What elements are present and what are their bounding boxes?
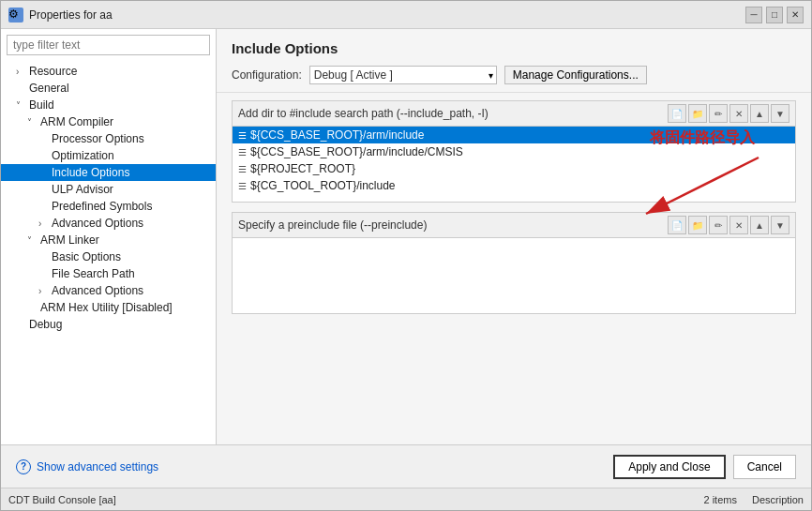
cancel-button[interactable]: Cancel [733, 455, 796, 479]
show-advanced-label: Show advanced settings [37, 460, 158, 473]
dialog: ⚙ Properties for aa ─ □ ✕ › Resource Gen… [0, 0, 812, 511]
filter-input[interactable] [7, 35, 210, 55]
tree-label: Include Options [52, 166, 129, 179]
list-item-icon: ☰ [238, 164, 247, 174]
preinclude-list [233, 238, 795, 313]
close-button[interactable]: ✕ [787, 7, 804, 23]
tree-arrow: ˅ [27, 117, 37, 128]
status-items: 2 items [704, 494, 737, 505]
list-item-icon: ☰ [238, 181, 247, 191]
left-panel: › Resource General ˅ Build ˅ ARM Compile… [1, 29, 217, 444]
pre-add-file-button[interactable]: 📄 [668, 216, 686, 234]
list-item[interactable]: ☰ ${PROJECT_ROOT} [233, 160, 795, 177]
status-right-group: 2 items Description [704, 494, 804, 505]
config-select[interactable]: Debug [ Active ] [309, 66, 497, 84]
preinclude-section: Specify a preinclude file (--preinclude)… [232, 212, 796, 314]
tree-arrow: › [16, 67, 25, 77]
status-left: CDT Build Console [aa] [8, 494, 116, 505]
tree-item-arm-compiler[interactable]: ˅ ARM Compiler [1, 113, 216, 130]
tree-label: Basic Options [52, 250, 121, 263]
tree-label: Optimization [52, 149, 114, 162]
tree-item-predefined-symbols[interactable]: Predefined Symbols [1, 198, 216, 215]
tree-item-arm-linker[interactable]: ˅ ARM Linker [1, 232, 216, 248]
apply-and-close-button[interactable]: Apply and Close [613, 455, 725, 479]
tree-label: Resource [29, 65, 77, 78]
config-select-wrap: Debug [ Active ] [309, 66, 497, 84]
add-file-button[interactable]: 📄 [668, 104, 686, 123]
right-body: Add dir to #include search path (--inclu… [217, 93, 811, 444]
tree-arrow: ˅ [16, 100, 25, 111]
tree-item-advanced-options[interactable]: › Advanced Options [1, 215, 216, 232]
list-item-label: ${PROJECT_ROOT} [250, 162, 355, 175]
tree-arrow: › [38, 218, 48, 229]
pre-edit-button[interactable]: ✏ [709, 216, 728, 234]
tree-item-file-search-path[interactable]: File Search Path [1, 265, 216, 282]
tree-item-general[interactable]: General [1, 80, 216, 97]
tree-label: File Search Path [52, 267, 135, 280]
pre-add-folder-button[interactable]: 📁 [688, 216, 707, 234]
list-item-icon: ☰ [238, 147, 247, 158]
list-item[interactable]: ☰ ${CCS_BASE_ROOT}/arm/include [233, 127, 795, 143]
titlebar: ⚙ Properties for aa ─ □ ✕ [1, 1, 811, 29]
config-row: Configuration: Debug [ Active ] Manage C… [232, 66, 796, 84]
main-content: › Resource General ˅ Build ˅ ARM Compile… [1, 29, 811, 444]
tree-item-ulp-advisor[interactable]: ULP Advisor [1, 181, 216, 198]
minimize-button[interactable]: ─ [745, 7, 762, 23]
tree-label: ARM Compiler [40, 115, 113, 128]
tree-item-arm-hex-utility[interactable]: ARM Hex Utility [Disabled] [1, 299, 216, 316]
status-description: Description [752, 494, 804, 505]
tree-arrow: › [38, 286, 48, 296]
list-item-label: ${CCS_BASE_ROOT}/arm/include/CMSIS [250, 145, 463, 158]
pre-delete-button[interactable]: ✕ [729, 216, 748, 234]
delete-button[interactable]: ✕ [729, 104, 748, 123]
tree-label: ARM Linker [40, 233, 99, 247]
tree-item-basic-options[interactable]: Basic Options [1, 248, 216, 265]
list-item[interactable]: ☰ ${CG_TOOL_ROOT}/include [233, 177, 795, 194]
tree-label: Advanced Options [52, 217, 143, 230]
tree-label: Debug [29, 318, 62, 331]
list-item[interactable]: ☰ ${CCS_BASE_ROOT}/arm/include/CMSIS [233, 143, 795, 160]
tree-arrow: ˅ [27, 235, 37, 246]
config-label: Configuration: [232, 68, 302, 82]
add-folder-button[interactable]: 📁 [688, 104, 707, 123]
search-path-list: ☰ ${CCS_BASE_ROOT}/arm/include☰ ${CCS_BA… [233, 127, 795, 202]
up-button[interactable]: ▲ [750, 104, 769, 123]
show-advanced-settings[interactable]: ? Show advanced settings [16, 459, 158, 474]
app-icon: ⚙ [8, 8, 23, 23]
help-icon: ? [16, 459, 31, 474]
list-item-label: ${CCS_BASE_ROOT}/arm/include [250, 128, 424, 142]
right-header: Include Options Configuration: Debug [ A… [217, 29, 811, 93]
status-bar: CDT Build Console [aa] 2 items Descripti… [1, 488, 811, 510]
search-path-label: Add dir to #include search path (--inclu… [238, 107, 489, 120]
tree-item-resource[interactable]: › Resource [1, 63, 216, 80]
tree-label: Processor Options [52, 132, 144, 145]
tree-item-optimization[interactable]: Optimization [1, 147, 216, 164]
search-path-section: Add dir to #include search path (--inclu… [232, 100, 796, 203]
maximize-button[interactable]: □ [766, 7, 783, 23]
list-item-label: ${CG_TOOL_ROOT}/include [250, 179, 396, 192]
bottom-buttons: Apply and Close Cancel [613, 455, 796, 479]
manage-configurations-button[interactable]: Manage Configurations... [504, 66, 647, 84]
titlebar-title: Properties for aa [29, 8, 113, 22]
titlebar-left: ⚙ Properties for aa [8, 8, 113, 23]
list-item-icon: ☰ [238, 130, 247, 141]
sections-wrap: Add dir to #include search path (--inclu… [232, 100, 796, 437]
tree-label: Predefined Symbols [52, 200, 152, 213]
tree-item-advanced-options-linker[interactable]: › Advanced Options [1, 282, 216, 299]
tree-label: General [29, 82, 69, 95]
pre-up-button[interactable]: ▲ [750, 216, 769, 234]
titlebar-controls: ─ □ ✕ [745, 7, 804, 23]
edit-button[interactable]: ✏ [709, 104, 728, 123]
tree-item-build[interactable]: ˅ Build [1, 97, 216, 113]
pre-down-button[interactable]: ▼ [771, 216, 789, 234]
tree-label: Advanced Options [52, 284, 143, 297]
down-button[interactable]: ▼ [771, 104, 789, 123]
section-title: Include Options [232, 40, 796, 56]
tree-item-include-options[interactable]: Include Options [1, 164, 216, 181]
tree-item-processor-options[interactable]: Processor Options [1, 130, 216, 147]
tree-item-debug[interactable]: Debug [1, 316, 216, 333]
preinclude-header: Specify a preinclude file (--preinclude)… [233, 213, 795, 238]
preinclude-toolbar: 📄 📁 ✏ ✕ ▲ ▼ [668, 216, 789, 234]
tree: › Resource General ˅ Build ˅ ARM Compile… [1, 61, 216, 444]
search-path-toolbar: 📄 📁 ✏ ✕ ▲ ▼ [668, 104, 789, 123]
